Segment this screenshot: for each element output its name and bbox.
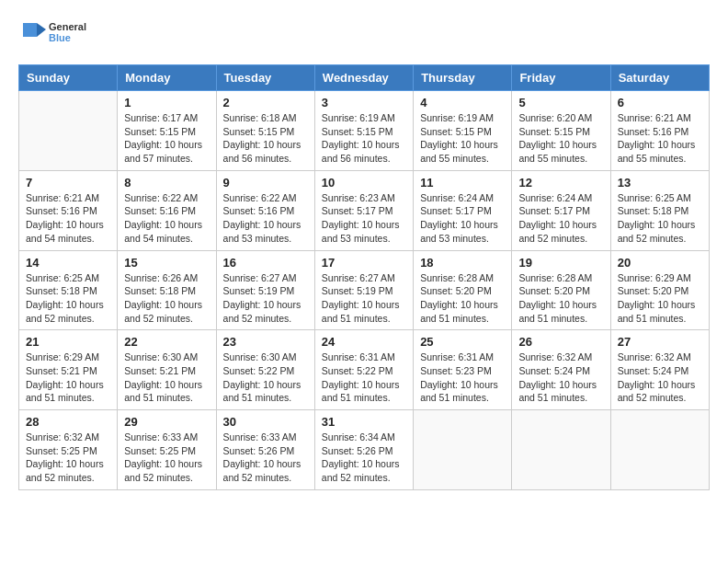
- calendar-cell: 14Sunrise: 6:25 AM Sunset: 5:18 PM Dayli…: [19, 250, 118, 330]
- day-number: 22: [124, 335, 209, 349]
- calendar-cell: 18Sunrise: 6:28 AM Sunset: 5:20 PM Dayli…: [414, 250, 512, 330]
- day-number: 13: [618, 176, 702, 190]
- day-info: Sunrise: 6:32 AM Sunset: 5:24 PM Dayligh…: [618, 350, 702, 405]
- svg-text:Blue: Blue: [49, 32, 71, 43]
- calendar-cell: 8Sunrise: 6:22 AM Sunset: 5:16 PM Daylig…: [118, 170, 216, 250]
- day-info: Sunrise: 6:20 AM Sunset: 5:15 PM Dayligh…: [518, 111, 603, 166]
- day-number: 6: [618, 96, 702, 109]
- calendar-cell: 3Sunrise: 6:19 AM Sunset: 5:15 PM Daylig…: [314, 91, 413, 171]
- calendar-cell: 13Sunrise: 6:25 AM Sunset: 5:18 PM Dayli…: [610, 170, 709, 250]
- day-number: 20: [618, 256, 702, 270]
- calendar-cell: 28Sunrise: 6:32 AM Sunset: 5:25 PM Dayli…: [19, 410, 118, 490]
- calendar-cell: 29Sunrise: 6:33 AM Sunset: 5:25 PM Dayli…: [118, 410, 216, 490]
- weekday-header-row: SundayMondayTuesdayWednesdayThursdayFrid…: [19, 65, 710, 91]
- week-row-4: 21Sunrise: 6:29 AM Sunset: 5:21 PM Dayli…: [19, 330, 710, 410]
- day-info: Sunrise: 6:32 AM Sunset: 5:24 PM Dayligh…: [518, 350, 603, 405]
- day-number: 26: [518, 335, 603, 349]
- week-row-5: 28Sunrise: 6:32 AM Sunset: 5:25 PM Dayli…: [19, 410, 710, 490]
- day-info: Sunrise: 6:24 AM Sunset: 5:17 PM Dayligh…: [420, 191, 505, 246]
- day-number: 30: [223, 415, 308, 429]
- weekday-header-wednesday: Wednesday: [314, 65, 413, 91]
- calendar-cell: 9Sunrise: 6:22 AM Sunset: 5:16 PM Daylig…: [216, 170, 314, 250]
- day-info: Sunrise: 6:25 AM Sunset: 5:18 PM Dayligh…: [26, 271, 110, 326]
- calendar-cell: [19, 91, 118, 171]
- day-number: 16: [223, 256, 308, 270]
- day-info: Sunrise: 6:21 AM Sunset: 5:16 PM Dayligh…: [618, 111, 702, 166]
- day-number: 27: [618, 335, 702, 349]
- day-number: 23: [223, 335, 308, 349]
- calendar-cell: 16Sunrise: 6:27 AM Sunset: 5:19 PM Dayli…: [216, 250, 314, 330]
- svg-text:General: General: [49, 21, 86, 32]
- day-number: 11: [420, 176, 505, 190]
- day-info: Sunrise: 6:33 AM Sunset: 5:26 PM Dayligh…: [223, 431, 308, 485]
- day-number: 5: [518, 96, 603, 109]
- day-number: 18: [420, 256, 505, 270]
- calendar-cell: 26Sunrise: 6:32 AM Sunset: 5:24 PM Dayli…: [512, 330, 610, 410]
- day-info: Sunrise: 6:17 AM Sunset: 5:15 PM Dayligh…: [124, 111, 209, 166]
- calendar-cell: 4Sunrise: 6:19 AM Sunset: 5:15 PM Daylig…: [414, 91, 512, 171]
- calendar-cell: 17Sunrise: 6:27 AM Sunset: 5:19 PM Dayli…: [314, 250, 413, 330]
- svg-marker-0: [23, 23, 37, 37]
- weekday-header-thursday: Thursday: [414, 65, 512, 91]
- day-number: 8: [124, 176, 209, 190]
- calendar-cell: 6Sunrise: 6:21 AM Sunset: 5:16 PM Daylig…: [610, 91, 709, 171]
- calendar-cell: 15Sunrise: 6:26 AM Sunset: 5:18 PM Dayli…: [118, 250, 216, 330]
- day-info: Sunrise: 6:28 AM Sunset: 5:20 PM Dayligh…: [420, 271, 505, 326]
- logo-svg: GeneralBlue: [18, 18, 92, 55]
- day-info: Sunrise: 6:29 AM Sunset: 5:20 PM Dayligh…: [618, 271, 702, 326]
- calendar-cell: 12Sunrise: 6:24 AM Sunset: 5:17 PM Dayli…: [512, 170, 610, 250]
- day-number: 17: [322, 256, 406, 270]
- calendar-cell: 1Sunrise: 6:17 AM Sunset: 5:15 PM Daylig…: [118, 91, 216, 171]
- day-number: 3: [322, 96, 406, 109]
- weekday-header-friday: Friday: [512, 65, 610, 91]
- day-number: 4: [420, 96, 505, 109]
- day-number: 2: [223, 96, 308, 109]
- day-info: Sunrise: 6:18 AM Sunset: 5:15 PM Dayligh…: [223, 111, 308, 166]
- day-info: Sunrise: 6:27 AM Sunset: 5:19 PM Dayligh…: [322, 271, 406, 326]
- calendar-table: SundayMondayTuesdayWednesdayThursdayFrid…: [18, 64, 710, 490]
- day-number: 7: [26, 176, 110, 190]
- day-number: 21: [26, 335, 110, 349]
- calendar-cell: [512, 410, 610, 490]
- day-number: 28: [26, 415, 110, 429]
- weekday-header-tuesday: Tuesday: [216, 65, 314, 91]
- calendar-cell: [610, 410, 709, 490]
- calendar-cell: 31Sunrise: 6:34 AM Sunset: 5:26 PM Dayli…: [314, 410, 413, 490]
- calendar-cell: 19Sunrise: 6:28 AM Sunset: 5:20 PM Dayli…: [512, 250, 610, 330]
- day-number: 29: [124, 415, 209, 429]
- week-row-3: 14Sunrise: 6:25 AM Sunset: 5:18 PM Dayli…: [19, 250, 710, 330]
- week-row-2: 7Sunrise: 6:21 AM Sunset: 5:16 PM Daylig…: [19, 170, 710, 250]
- day-number: 9: [223, 176, 308, 190]
- header: GeneralBlue: [18, 18, 710, 55]
- day-info: Sunrise: 6:19 AM Sunset: 5:15 PM Dayligh…: [420, 111, 505, 166]
- day-info: Sunrise: 6:30 AM Sunset: 5:22 PM Dayligh…: [223, 350, 308, 405]
- calendar-cell: 24Sunrise: 6:31 AM Sunset: 5:22 PM Dayli…: [314, 330, 413, 410]
- calendar-cell: 20Sunrise: 6:29 AM Sunset: 5:20 PM Dayli…: [610, 250, 709, 330]
- day-number: 12: [518, 176, 603, 190]
- day-info: Sunrise: 6:33 AM Sunset: 5:25 PM Dayligh…: [124, 431, 209, 485]
- day-info: Sunrise: 6:26 AM Sunset: 5:18 PM Dayligh…: [124, 271, 209, 326]
- day-info: Sunrise: 6:22 AM Sunset: 5:16 PM Dayligh…: [223, 191, 308, 246]
- logo: GeneralBlue: [18, 18, 92, 55]
- day-number: 15: [124, 256, 209, 270]
- day-info: Sunrise: 6:30 AM Sunset: 5:21 PM Dayligh…: [124, 350, 209, 405]
- calendar-cell: 27Sunrise: 6:32 AM Sunset: 5:24 PM Dayli…: [610, 330, 709, 410]
- calendar-cell: 10Sunrise: 6:23 AM Sunset: 5:17 PM Dayli…: [314, 170, 413, 250]
- calendar-cell: 2Sunrise: 6:18 AM Sunset: 5:15 PM Daylig…: [216, 91, 314, 171]
- calendar-cell: 30Sunrise: 6:33 AM Sunset: 5:26 PM Dayli…: [216, 410, 314, 490]
- day-number: 14: [26, 256, 110, 270]
- day-info: Sunrise: 6:28 AM Sunset: 5:20 PM Dayligh…: [518, 271, 603, 326]
- calendar-cell: 5Sunrise: 6:20 AM Sunset: 5:15 PM Daylig…: [512, 91, 610, 171]
- day-number: 25: [420, 335, 505, 349]
- day-number: 1: [124, 96, 209, 109]
- day-number: 24: [322, 335, 406, 349]
- day-info: Sunrise: 6:31 AM Sunset: 5:23 PM Dayligh…: [420, 350, 505, 405]
- day-info: Sunrise: 6:34 AM Sunset: 5:26 PM Dayligh…: [322, 431, 406, 485]
- day-info: Sunrise: 6:31 AM Sunset: 5:22 PM Dayligh…: [322, 350, 406, 405]
- day-number: 31: [322, 415, 406, 429]
- weekday-header-sunday: Sunday: [19, 65, 118, 91]
- day-info: Sunrise: 6:25 AM Sunset: 5:18 PM Dayligh…: [618, 191, 702, 246]
- calendar-cell: 21Sunrise: 6:29 AM Sunset: 5:21 PM Dayli…: [19, 330, 118, 410]
- week-row-1: 1Sunrise: 6:17 AM Sunset: 5:15 PM Daylig…: [19, 91, 710, 171]
- day-info: Sunrise: 6:29 AM Sunset: 5:21 PM Dayligh…: [26, 350, 110, 405]
